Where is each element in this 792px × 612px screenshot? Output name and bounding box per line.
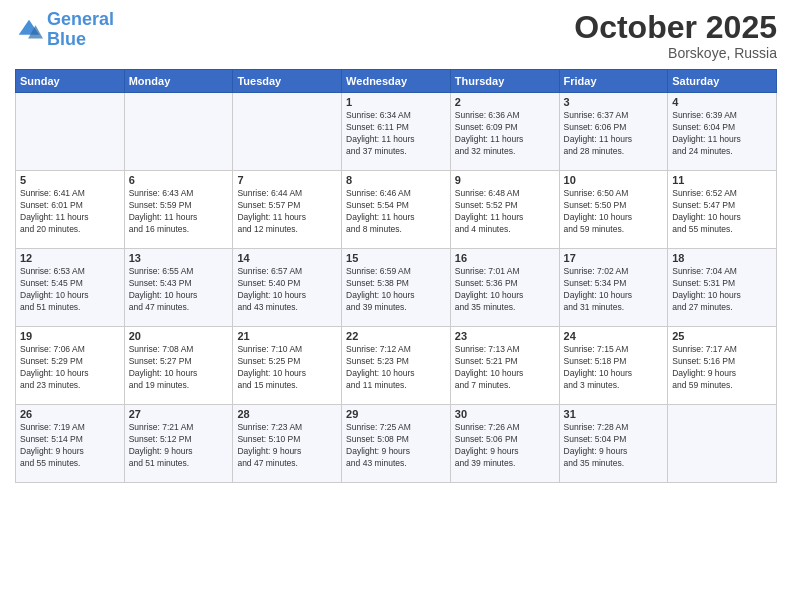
day-info: Sunrise: 7:13 AM Sunset: 5:21 PM Dayligh… <box>455 344 555 392</box>
day-number: 29 <box>346 408 446 420</box>
day-info: Sunrise: 7:28 AM Sunset: 5:04 PM Dayligh… <box>564 422 664 470</box>
day-info: Sunrise: 7:17 AM Sunset: 5:16 PM Dayligh… <box>672 344 772 392</box>
day-number: 27 <box>129 408 229 420</box>
day-number: 9 <box>455 174 555 186</box>
day-info: Sunrise: 7:10 AM Sunset: 5:25 PM Dayligh… <box>237 344 337 392</box>
table-row: 3Sunrise: 6:37 AM Sunset: 6:06 PM Daylig… <box>559 93 668 171</box>
day-number: 28 <box>237 408 337 420</box>
table-row: 25Sunrise: 7:17 AM Sunset: 5:16 PM Dayli… <box>668 327 777 405</box>
table-row: 1Sunrise: 6:34 AM Sunset: 6:11 PM Daylig… <box>342 93 451 171</box>
calendar-table: Sunday Monday Tuesday Wednesday Thursday… <box>15 69 777 483</box>
day-info: Sunrise: 7:21 AM Sunset: 5:12 PM Dayligh… <box>129 422 229 470</box>
day-number: 20 <box>129 330 229 342</box>
day-number: 13 <box>129 252 229 264</box>
day-info: Sunrise: 6:59 AM Sunset: 5:38 PM Dayligh… <box>346 266 446 314</box>
day-number: 31 <box>564 408 664 420</box>
table-row: 27Sunrise: 7:21 AM Sunset: 5:12 PM Dayli… <box>124 405 233 483</box>
day-number: 10 <box>564 174 664 186</box>
calendar-header-row: Sunday Monday Tuesday Wednesday Thursday… <box>16 70 777 93</box>
table-row: 6Sunrise: 6:43 AM Sunset: 5:59 PM Daylig… <box>124 171 233 249</box>
day-info: Sunrise: 6:36 AM Sunset: 6:09 PM Dayligh… <box>455 110 555 158</box>
day-info: Sunrise: 6:48 AM Sunset: 5:52 PM Dayligh… <box>455 188 555 236</box>
table-row: 11Sunrise: 6:52 AM Sunset: 5:47 PM Dayli… <box>668 171 777 249</box>
day-number: 11 <box>672 174 772 186</box>
header-wednesday: Wednesday <box>342 70 451 93</box>
day-number: 25 <box>672 330 772 342</box>
table-row <box>233 93 342 171</box>
table-row <box>668 405 777 483</box>
logo-icon <box>15 16 43 44</box>
day-info: Sunrise: 6:44 AM Sunset: 5:57 PM Dayligh… <box>237 188 337 236</box>
day-number: 30 <box>455 408 555 420</box>
day-info: Sunrise: 7:25 AM Sunset: 5:08 PM Dayligh… <box>346 422 446 470</box>
calendar-week-row: 12Sunrise: 6:53 AM Sunset: 5:45 PM Dayli… <box>16 249 777 327</box>
table-row <box>124 93 233 171</box>
header-friday: Friday <box>559 70 668 93</box>
day-number: 3 <box>564 96 664 108</box>
day-number: 18 <box>672 252 772 264</box>
calendar-week-row: 1Sunrise: 6:34 AM Sunset: 6:11 PM Daylig… <box>16 93 777 171</box>
logo-line2: Blue <box>47 29 86 49</box>
calendar-week-row: 26Sunrise: 7:19 AM Sunset: 5:14 PM Dayli… <box>16 405 777 483</box>
calendar-week-row: 5Sunrise: 6:41 AM Sunset: 6:01 PM Daylig… <box>16 171 777 249</box>
day-info: Sunrise: 7:12 AM Sunset: 5:23 PM Dayligh… <box>346 344 446 392</box>
title-block: October 2025 Borskoye, Russia <box>574 10 777 61</box>
day-info: Sunrise: 7:04 AM Sunset: 5:31 PM Dayligh… <box>672 266 772 314</box>
month-title: October 2025 <box>574 10 777 45</box>
day-info: Sunrise: 6:46 AM Sunset: 5:54 PM Dayligh… <box>346 188 446 236</box>
day-info: Sunrise: 7:02 AM Sunset: 5:34 PM Dayligh… <box>564 266 664 314</box>
day-number: 15 <box>346 252 446 264</box>
header-tuesday: Tuesday <box>233 70 342 93</box>
day-info: Sunrise: 6:52 AM Sunset: 5:47 PM Dayligh… <box>672 188 772 236</box>
table-row: 26Sunrise: 7:19 AM Sunset: 5:14 PM Dayli… <box>16 405 125 483</box>
header-sunday: Sunday <box>16 70 125 93</box>
table-row: 2Sunrise: 6:36 AM Sunset: 6:09 PM Daylig… <box>450 93 559 171</box>
day-number: 6 <box>129 174 229 186</box>
day-info: Sunrise: 7:15 AM Sunset: 5:18 PM Dayligh… <box>564 344 664 392</box>
table-row: 7Sunrise: 6:44 AM Sunset: 5:57 PM Daylig… <box>233 171 342 249</box>
table-row: 19Sunrise: 7:06 AM Sunset: 5:29 PM Dayli… <box>16 327 125 405</box>
table-row: 28Sunrise: 7:23 AM Sunset: 5:10 PM Dayli… <box>233 405 342 483</box>
day-number: 8 <box>346 174 446 186</box>
page-container: General Blue October 2025 Borskoye, Russ… <box>0 0 792 493</box>
table-row: 17Sunrise: 7:02 AM Sunset: 5:34 PM Dayli… <box>559 249 668 327</box>
day-number: 22 <box>346 330 446 342</box>
day-info: Sunrise: 6:39 AM Sunset: 6:04 PM Dayligh… <box>672 110 772 158</box>
logo-line1: General <box>47 9 114 29</box>
table-row: 14Sunrise: 6:57 AM Sunset: 5:40 PM Dayli… <box>233 249 342 327</box>
day-number: 17 <box>564 252 664 264</box>
day-info: Sunrise: 7:01 AM Sunset: 5:36 PM Dayligh… <box>455 266 555 314</box>
day-number: 14 <box>237 252 337 264</box>
logo-text: General Blue <box>47 10 114 50</box>
header-monday: Monday <box>124 70 233 93</box>
day-info: Sunrise: 6:37 AM Sunset: 6:06 PM Dayligh… <box>564 110 664 158</box>
table-row: 4Sunrise: 6:39 AM Sunset: 6:04 PM Daylig… <box>668 93 777 171</box>
day-number: 7 <box>237 174 337 186</box>
day-number: 16 <box>455 252 555 264</box>
day-number: 5 <box>20 174 120 186</box>
table-row: 30Sunrise: 7:26 AM Sunset: 5:06 PM Dayli… <box>450 405 559 483</box>
day-info: Sunrise: 6:53 AM Sunset: 5:45 PM Dayligh… <box>20 266 120 314</box>
day-number: 12 <box>20 252 120 264</box>
table-row: 18Sunrise: 7:04 AM Sunset: 5:31 PM Dayli… <box>668 249 777 327</box>
day-info: Sunrise: 6:57 AM Sunset: 5:40 PM Dayligh… <box>237 266 337 314</box>
day-number: 19 <box>20 330 120 342</box>
table-row: 13Sunrise: 6:55 AM Sunset: 5:43 PM Dayli… <box>124 249 233 327</box>
table-row: 20Sunrise: 7:08 AM Sunset: 5:27 PM Dayli… <box>124 327 233 405</box>
table-row: 9Sunrise: 6:48 AM Sunset: 5:52 PM Daylig… <box>450 171 559 249</box>
calendar-week-row: 19Sunrise: 7:06 AM Sunset: 5:29 PM Dayli… <box>16 327 777 405</box>
table-row: 10Sunrise: 6:50 AM Sunset: 5:50 PM Dayli… <box>559 171 668 249</box>
day-info: Sunrise: 6:55 AM Sunset: 5:43 PM Dayligh… <box>129 266 229 314</box>
header-saturday: Saturday <box>668 70 777 93</box>
location: Borskoye, Russia <box>574 45 777 61</box>
day-info: Sunrise: 6:34 AM Sunset: 6:11 PM Dayligh… <box>346 110 446 158</box>
day-number: 21 <box>237 330 337 342</box>
table-row: 21Sunrise: 7:10 AM Sunset: 5:25 PM Dayli… <box>233 327 342 405</box>
table-row: 15Sunrise: 6:59 AM Sunset: 5:38 PM Dayli… <box>342 249 451 327</box>
day-number: 23 <box>455 330 555 342</box>
logo: General Blue <box>15 10 114 50</box>
table-row: 31Sunrise: 7:28 AM Sunset: 5:04 PM Dayli… <box>559 405 668 483</box>
day-number: 26 <box>20 408 120 420</box>
day-number: 1 <box>346 96 446 108</box>
day-info: Sunrise: 6:41 AM Sunset: 6:01 PM Dayligh… <box>20 188 120 236</box>
